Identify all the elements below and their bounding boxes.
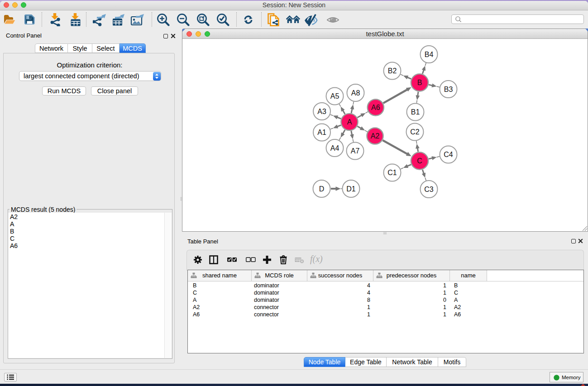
svg-text:C1: C1: [387, 169, 397, 176]
svg-text:C: C: [417, 157, 422, 165]
svg-text:B2: B2: [388, 67, 397, 75]
svg-text:A: A: [347, 118, 352, 126]
svg-text:A2: A2: [371, 132, 380, 140]
svg-text:D: D: [319, 185, 325, 193]
svg-text:C3: C3: [424, 186, 434, 193]
svg-text:B: B: [417, 79, 422, 86]
svg-text:A4: A4: [330, 144, 339, 152]
svg-text:A3: A3: [317, 108, 326, 115]
svg-text:A8: A8: [351, 89, 360, 97]
svg-text:C2: C2: [410, 128, 420, 136]
svg-text:A5: A5: [330, 92, 339, 100]
svg-text:D1: D1: [346, 185, 356, 193]
svg-text:A1: A1: [317, 129, 326, 136]
svg-text:A7: A7: [351, 147, 360, 155]
svg-text:B3: B3: [444, 86, 453, 93]
svg-text:A6: A6: [371, 104, 380, 111]
svg-text:B4: B4: [425, 51, 434, 58]
svg-text:C4: C4: [444, 151, 453, 158]
svg-text:B1: B1: [411, 108, 420, 116]
